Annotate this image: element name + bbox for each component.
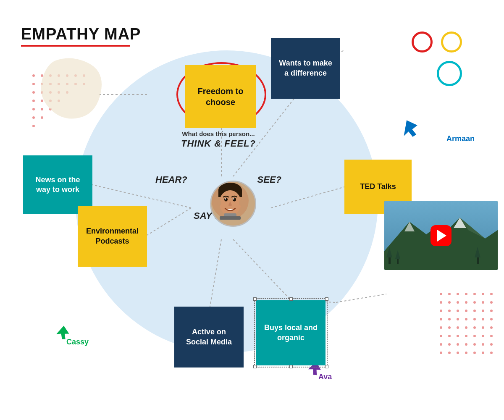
sticky-wants-to-make-difference[interactable]: Wants to make a difference xyxy=(271,38,340,99)
svg-point-71 xyxy=(490,318,493,320)
svg-point-95 xyxy=(457,352,459,354)
svg-point-98 xyxy=(482,352,484,354)
avatar xyxy=(210,181,256,227)
svg-point-82 xyxy=(465,335,467,337)
title-underline xyxy=(21,45,130,47)
circle-teal-decoration xyxy=(437,61,462,86)
cursor-label-cassy: Cassy xyxy=(66,338,89,346)
svg-point-96 xyxy=(465,352,467,354)
svg-point-50 xyxy=(490,293,493,295)
sticky-news-on-way-to-work[interactable]: News on the way to work xyxy=(23,155,92,214)
svg-point-77 xyxy=(482,326,484,329)
svg-point-81 xyxy=(457,335,459,337)
svg-point-51 xyxy=(440,301,442,304)
svg-point-56 xyxy=(482,301,484,304)
svg-marker-100 xyxy=(399,117,420,139)
svg-point-93 xyxy=(440,352,442,354)
svg-point-80 xyxy=(448,335,451,337)
avatar-face-svg xyxy=(211,182,249,220)
svg-point-28 xyxy=(83,83,85,85)
svg-point-109 xyxy=(225,198,226,200)
svg-point-76 xyxy=(473,326,476,329)
svg-point-61 xyxy=(465,310,467,312)
title-area: EMPATHY MAP xyxy=(21,25,141,47)
svg-point-64 xyxy=(490,310,493,312)
svg-point-85 xyxy=(490,335,493,337)
svg-point-21 xyxy=(83,74,85,77)
cursor-label-armaan: Armaan xyxy=(446,134,475,143)
svg-point-74 xyxy=(457,326,459,329)
svg-point-58 xyxy=(440,310,442,312)
svg-point-55 xyxy=(473,301,476,304)
hear-label: HEAR? xyxy=(155,174,187,185)
think-feel-label: THINK & FEEL? xyxy=(155,138,281,149)
handle-bm xyxy=(289,365,293,368)
svg-point-90 xyxy=(473,343,476,346)
svg-point-65 xyxy=(440,318,442,320)
circle-yellow-decoration xyxy=(441,32,462,52)
svg-point-53 xyxy=(457,301,459,304)
svg-point-72 xyxy=(440,326,442,329)
sticky-buys-local-organic[interactable]: Buys local and organic xyxy=(256,300,326,365)
play-icon xyxy=(437,230,446,242)
sticky-freedom-to-choose[interactable]: Freedom to choose xyxy=(185,65,256,128)
video-thumbnail[interactable] xyxy=(384,201,498,270)
svg-point-84 xyxy=(482,335,484,337)
svg-point-99 xyxy=(490,352,493,354)
svg-point-112 xyxy=(239,200,243,206)
svg-point-52 xyxy=(448,301,451,304)
svg-rect-114 xyxy=(220,216,241,220)
what-does-label: What does this person... xyxy=(155,130,281,137)
svg-point-66 xyxy=(448,318,451,320)
circle-red-decoration xyxy=(412,32,433,52)
svg-point-44 xyxy=(440,293,442,295)
cursor-label-ava: Ava xyxy=(318,373,332,381)
svg-point-79 xyxy=(440,335,442,337)
svg-point-87 xyxy=(448,343,451,346)
svg-point-89 xyxy=(465,343,467,346)
dots-left: // Will be rendered via inline approach … xyxy=(23,65,78,132)
svg-point-46 xyxy=(457,293,459,295)
svg-point-69 xyxy=(473,318,476,320)
svg-point-88 xyxy=(457,343,459,346)
page-title: EMPATHY MAP xyxy=(21,25,141,43)
svg-point-91 xyxy=(482,343,484,346)
svg-point-92 xyxy=(490,343,493,346)
svg-point-86 xyxy=(440,343,442,346)
handle-br xyxy=(325,365,328,368)
see-label: SEE? xyxy=(257,174,281,185)
svg-point-110 xyxy=(233,198,234,200)
svg-point-67 xyxy=(457,318,459,320)
svg-point-97 xyxy=(473,352,476,354)
svg-point-48 xyxy=(473,293,476,295)
svg-point-63 xyxy=(482,310,484,312)
svg-point-111 xyxy=(217,200,221,206)
svg-point-108 xyxy=(233,198,236,202)
svg-point-54 xyxy=(465,301,467,304)
sticky-environmental-podcasts[interactable]: Environmental Podcasts xyxy=(78,206,147,267)
play-button[interactable] xyxy=(430,225,452,246)
svg-point-47 xyxy=(465,293,467,295)
svg-point-62 xyxy=(473,310,476,312)
svg-point-73 xyxy=(448,326,451,329)
svg-point-60 xyxy=(457,310,459,312)
svg-point-68 xyxy=(465,318,467,320)
svg-point-78 xyxy=(490,326,493,329)
svg-point-59 xyxy=(448,310,451,312)
svg-point-94 xyxy=(448,352,451,354)
svg-point-70 xyxy=(482,318,484,320)
svg-point-45 xyxy=(448,293,451,295)
handle-bl xyxy=(253,365,257,368)
svg-point-107 xyxy=(224,198,228,202)
svg-point-57 xyxy=(490,301,493,304)
sticky-active-social-media[interactable]: Active on Social Media xyxy=(174,307,244,368)
svg-point-83 xyxy=(473,335,476,337)
svg-point-75 xyxy=(465,326,467,329)
svg-point-49 xyxy=(482,293,484,295)
